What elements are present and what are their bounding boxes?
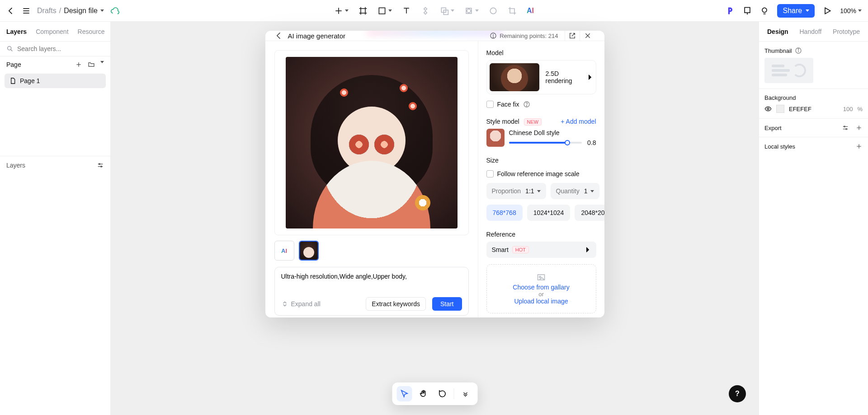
help-fab[interactable]: ? <box>729 385 746 402</box>
topbar-left: Drafts / Design file <box>6 6 119 15</box>
new-badge: NEW <box>524 118 542 126</box>
mask-icon[interactable] <box>464 6 479 15</box>
left-tabs: Layers Component Resource <box>0 22 110 42</box>
expand-all-button[interactable]: Expand all <box>281 300 321 308</box>
follow-ref-checkbox[interactable] <box>486 170 494 177</box>
tab-prototype[interactable]: Prototype <box>833 28 860 35</box>
tab-layers[interactable]: Layers <box>6 28 27 35</box>
quantity-label: Quantity <box>556 187 580 195</box>
eye-icon[interactable] <box>764 105 772 112</box>
thumb-selected[interactable] <box>299 241 319 261</box>
help-icon[interactable] <box>523 101 530 108</box>
popout-icon[interactable] <box>565 31 580 41</box>
layer-search-input[interactable] <box>17 45 104 52</box>
share-button[interactable]: Share <box>777 4 815 18</box>
export-label: Export <box>764 125 782 131</box>
reference-select[interactable]: Smart HOT <box>486 242 596 258</box>
add-icon[interactable] <box>334 6 349 15</box>
svg-point-16 <box>490 8 496 14</box>
crop-icon[interactable] <box>508 6 517 15</box>
export-settings-icon[interactable] <box>842 124 849 131</box>
gallery-upload-link[interactable]: Upload local image <box>514 298 568 305</box>
folder-icon[interactable] <box>88 61 95 68</box>
add-model-button[interactable]: + Add model <box>561 118 596 125</box>
canvas[interactable]: AI image generator Remaining points: 214 <box>111 22 759 415</box>
face-fix-row[interactable]: Face fix <box>486 101 596 108</box>
info-icon[interactable] <box>795 47 802 54</box>
comment-tool[interactable] <box>434 386 450 401</box>
frame-icon[interactable] <box>359 6 368 15</box>
style-thumb[interactable] <box>486 129 505 147</box>
svg-rect-9 <box>379 8 385 14</box>
thumbnail-preview[interactable] <box>764 58 813 83</box>
size-chip[interactable]: 1024*1024 <box>527 205 571 221</box>
style-strength-value: 0.8 <box>587 139 596 146</box>
chevron-down-icon <box>806 9 809 12</box>
settings-icon[interactable] <box>97 162 104 169</box>
size-chip[interactable]: 768*768 <box>486 205 523 221</box>
style-row: Chinese Doll style 0.8 <box>486 129 596 147</box>
tab-resource[interactable]: Resource <box>78 28 105 35</box>
hand-tool[interactable] <box>415 386 431 401</box>
zoom-select[interactable]: 100% <box>840 7 862 14</box>
tab-design[interactable]: Design <box>767 28 788 35</box>
circle-icon[interactable] <box>489 6 498 15</box>
style-strength-slider[interactable] <box>509 142 582 144</box>
style-model-label: Style model <box>486 118 519 125</box>
add-page-icon[interactable] <box>75 61 82 68</box>
thumbnail-label: Thumbnail <box>764 47 792 54</box>
export-add-icon[interactable] <box>855 124 863 131</box>
quantity-select[interactable]: Quantity 1 <box>551 183 599 199</box>
start-button[interactable]: Start <box>432 297 462 311</box>
generated-image[interactable] <box>286 57 458 228</box>
shape-icon[interactable] <box>377 6 392 15</box>
page-section-label: Page <box>6 61 21 68</box>
lightbulb-icon[interactable] <box>760 6 769 15</box>
close-icon[interactable] <box>580 32 595 39</box>
toolbar-expand[interactable] <box>458 386 473 401</box>
modal-back-icon[interactable] <box>274 31 283 40</box>
chevron-down-icon <box>537 190 541 192</box>
gallery-choose-link[interactable]: Choose from gallary <box>513 284 569 291</box>
layer-search[interactable] <box>0 42 110 56</box>
proportion-select[interactable]: Proportion 1:1 <box>486 183 546 199</box>
breadcrumb[interactable]: Drafts / Design file <box>37 7 104 15</box>
text-icon[interactable] <box>402 6 411 15</box>
dev-icon[interactable] <box>743 6 752 15</box>
cloud-sync-icon[interactable] <box>110 6 119 15</box>
ai-generator-modal: AI image generator Remaining points: 214 <box>265 31 604 317</box>
tab-component[interactable]: Component <box>36 28 68 35</box>
right-panel: Design Handoff Prototype Thumbnail Backg… <box>759 22 868 415</box>
svg-rect-17 <box>745 7 750 13</box>
play-icon[interactable] <box>823 6 832 15</box>
boolean-icon[interactable] <box>440 6 454 15</box>
page-item[interactable]: Page 1 <box>5 74 106 88</box>
background-swatch[interactable] <box>776 105 784 113</box>
component-icon[interactable] <box>421 6 430 15</box>
reference-dropzone[interactable]: Choose from gallary or Upload local imag… <box>486 264 596 313</box>
chevron-down-icon[interactable] <box>100 61 104 68</box>
follow-ref-label: Follow reference image scale <box>497 170 580 177</box>
extract-keywords-button[interactable]: Extract keywords <box>366 297 426 311</box>
chevron-down-icon[interactable] <box>100 9 104 12</box>
prompt-input[interactable] <box>281 273 462 291</box>
hamburger-icon[interactable] <box>22 6 31 15</box>
brand-icon[interactable] <box>726 6 735 15</box>
remaining-points: Remaining points: 214 <box>490 32 558 39</box>
background-pct-input[interactable] <box>838 106 853 112</box>
model-selector[interactable]: 2.5D rendering <box>486 60 596 94</box>
size-chip[interactable]: 2048*2048 <box>575 205 604 221</box>
back-icon[interactable] <box>6 6 15 15</box>
ai-logo-icon[interactable]: AI <box>527 7 534 15</box>
local-styles-add-icon[interactable] <box>855 143 863 150</box>
tab-handoff[interactable]: Handoff <box>799 28 821 35</box>
background-hex-input[interactable] <box>789 106 834 112</box>
search-icon <box>6 45 14 52</box>
model-thumb <box>490 63 539 91</box>
thumb-ai[interactable]: AI <box>274 241 294 261</box>
breadcrumb-sep: / <box>59 7 61 15</box>
svg-point-41 <box>798 49 798 49</box>
pointer-tool[interactable] <box>396 386 412 401</box>
face-fix-checkbox[interactable] <box>486 101 494 108</box>
follow-ref-row[interactable]: Follow reference image scale <box>486 170 596 177</box>
